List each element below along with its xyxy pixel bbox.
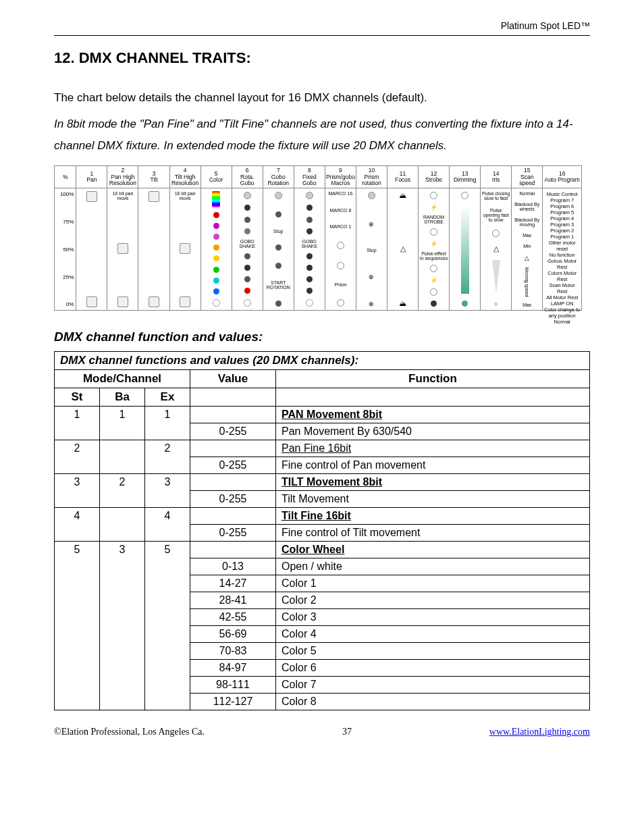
dim-gradient [461, 206, 469, 294]
table-row: 22Pan Fine 16bit [55, 440, 590, 457]
product-name: Platinum Spot LED™ [54, 20, 590, 35]
fixed-gobo-icon [306, 205, 313, 211]
dimming-column [450, 188, 481, 310]
cell-ex: 2 [145, 440, 190, 474]
table-caption-row: DMX channel functions and values (20 DMX… [55, 352, 590, 370]
table-row: 44Tilt Fine 16bit [55, 508, 590, 525]
auto-program-column: Music Control Program 7 Program 6 Progra… [543, 188, 581, 310]
intro-text-1: The chart below details the channel layo… [54, 87, 590, 108]
cell-function: Color 6 [276, 660, 590, 677]
gobo-rotation-column: Stop START ROTATION [263, 188, 294, 310]
pan-icon [86, 296, 97, 307]
tilt-icon [149, 191, 159, 202]
tick-75: 75% [63, 219, 75, 225]
chart-col-10: 10Prism rotation [356, 166, 387, 188]
cell-function: Fine control of Pan movement [276, 457, 590, 474]
gobo-icon [244, 265, 250, 271]
tilt-fine-icon [180, 296, 190, 307]
cell-function-head: TILT Movement 8bit [276, 474, 590, 491]
intro-text-2: In 8bit mode the "Pan Fine" and "Tilt Fi… [54, 113, 590, 156]
cell-ba: 1 [100, 407, 145, 440]
gobo-icon [244, 192, 251, 199]
cell-value: 0-255 [190, 457, 276, 474]
page-footer: ©Elation Professional, Los Angeles Ca. 3… [54, 727, 590, 737]
cell-function: Open / white [276, 558, 590, 575]
footer-link[interactable]: www.ElationLighting.com [489, 727, 590, 737]
prism-rotation-column: ⊕ Stop ⊕ ⊕ [356, 188, 387, 310]
rota-gobo-column: GOBO SHAKE [232, 188, 263, 310]
fixed-gobo-icon [306, 192, 313, 199]
cell-ba: 3 [100, 542, 145, 710]
gobo-icon [244, 299, 251, 307]
gobo-rot-icon [275, 192, 282, 199]
fixed-gobo-icon [306, 217, 313, 223]
color-dot [213, 223, 219, 229]
chart-col-16: 16Auto Program [543, 166, 581, 188]
cell-value [190, 440, 276, 457]
dmx-functions-table: DMX channel functions and values (20 DMX… [54, 351, 590, 710]
tilt-fine-note: 16 bit pan move [171, 191, 200, 201]
fixed-gobo-icon [306, 288, 313, 294]
gobo-rot-icon [275, 244, 281, 251]
stop-label: Stop [273, 229, 283, 234]
cell-ex: 4 [145, 508, 190, 542]
chart-col-7: 7Gobo Rotation [263, 166, 294, 188]
fixed-gobo-icon [306, 228, 313, 234]
tick-50: 50% [63, 246, 75, 253]
cell-function: Color 3 [276, 609, 590, 626]
cell-ex: 1 [145, 407, 190, 440]
iris-icon [492, 230, 500, 237]
open-icon [430, 228, 437, 236]
cell-st: 5 [55, 542, 100, 710]
table-row: 111PAN Movement 8bit [55, 407, 590, 423]
chart-col-pct: % [55, 166, 76, 188]
subheading: DMX channel function and values: [54, 330, 590, 344]
open-icon [430, 192, 437, 199]
cell-ba [100, 440, 145, 474]
cell-value: 14-27 [190, 575, 276, 592]
cell-ba [100, 508, 145, 542]
cell-function: Tilt Movement [276, 491, 590, 508]
dim-closed-icon [462, 301, 468, 307]
gobo-shake-label: GOBO SHAKE [233, 239, 262, 249]
iris-cone-icon [492, 260, 500, 294]
circle-icon [337, 299, 344, 307]
gobo-rot-icon [275, 211, 281, 217]
cell-ex: 3 [145, 474, 190, 508]
table-row: 323TILT Movement 8bit [55, 474, 590, 491]
closed-icon [431, 301, 437, 307]
cell-ex: 5 [145, 542, 190, 710]
gobo-rot-icon [275, 263, 281, 269]
color-dot [213, 255, 219, 261]
cell-function-head: Pan Fine 16bit [276, 440, 590, 457]
footer-page-number: 37 [342, 727, 352, 737]
strobe-column: ⚡ RANDOM STROBE ⚡ Pulse-effect In sequen… [419, 188, 450, 310]
cell-function: Color 4 [276, 626, 590, 643]
cell-value [190, 542, 276, 558]
gobo-icon [244, 217, 250, 223]
scan-speed-column: Normal Blackout By wheels Blackout By mo… [512, 188, 543, 310]
chart-body: 100% 75% 50% 25% 0% 16 bit pan move 16 b… [55, 188, 581, 310]
gobo-icon [244, 205, 250, 211]
tilt-fine-icon [180, 243, 190, 254]
rainbow-icon [212, 191, 220, 207]
chart-header-row: % 1Pan 2Pan High Resolution 3Tilt 4Tilt … [55, 166, 581, 188]
open-icon [430, 265, 437, 272]
focus-column: ⛰ △ ⛰ [387, 188, 419, 310]
cell-function: Pan Movement By 630/540 [276, 423, 590, 440]
color-dot [213, 288, 219, 294]
gobo-icon [244, 253, 250, 259]
chart-col-11: 11Focus [387, 166, 419, 188]
cell-value: 56-69 [190, 626, 276, 643]
tick-100: 100% [60, 191, 75, 197]
color-dot [213, 278, 219, 284]
cell-value: 0-255 [190, 525, 276, 542]
circle-icon [337, 262, 344, 269]
pan-icon [86, 191, 97, 202]
cell-function-head: Color Wheel [276, 542, 590, 558]
table-row: 535Color Wheel [55, 542, 590, 558]
chart-col-1: 1Pan [76, 166, 107, 188]
iris-column: Pulse closing slow to fast Pulse opening… [481, 188, 512, 310]
circle-icon [337, 242, 344, 249]
open-icon [430, 288, 437, 296]
